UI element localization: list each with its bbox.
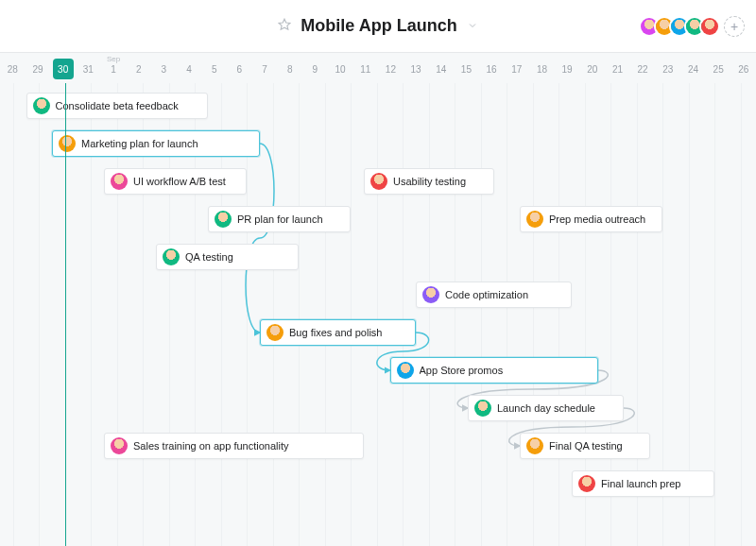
svg-marker-0 [279,19,290,29]
date-cell[interactable]: 22 [630,53,656,83]
task-app-store[interactable]: App Store promos [390,357,598,384]
assignee-avatar [526,211,543,228]
task-marketing-plan[interactable]: Marketing plan for launch [52,130,260,157]
task-pr-plan[interactable]: PR plan for launch [208,206,351,232]
task-sales-training[interactable]: Sales training on app functionality [104,433,364,459]
task-label: Prep media outreach [549,213,645,225]
date-number: 21 [612,64,623,75]
task-consolidate-beta[interactable]: Consolidate beta feedback [26,93,209,119]
date-number: 29 [32,64,43,75]
date-cell[interactable]: 6 [227,53,252,83]
date-cell[interactable]: 24 [680,53,706,83]
date-cell[interactable]: 19 [555,53,580,83]
date-cell[interactable]: 16 [479,53,505,83]
date-number: 11 [360,64,370,75]
date-cell[interactable]: 2 [126,53,151,83]
date-cell[interactable]: 4 [177,53,202,83]
date-number: 6 [237,64,243,75]
header-bar: Mobile App Launch + [0,0,756,53]
task-label: Usability testing [393,176,466,187]
date-cell[interactable]: 14 [428,53,454,83]
date-cell[interactable]: 18 [529,53,555,83]
assignee-avatar [370,173,387,190]
task-ui-ab-test[interactable]: UI workflow A/B test [104,168,247,195]
date-cell[interactable]: 13 [404,53,429,83]
assignee-avatar [422,286,439,303]
date-number: 9 [313,64,318,75]
date-cell[interactable]: Sep1 [101,53,127,83]
date-number: 31 [83,64,94,75]
date-number: 12 [386,64,396,75]
date-number: 19 [562,64,573,75]
date-cell[interactable]: 30 [50,53,76,83]
task-qa-testing[interactable]: QA testing [156,244,299,270]
assignee-avatar [163,248,180,265]
date-number: 3 [162,64,167,75]
date-number: 5 [212,64,217,75]
task-label: App Store promos [420,365,504,376]
assignee-avatar [526,437,543,454]
date-number: 22 [638,64,648,75]
date-cell[interactable]: 29 [26,53,51,83]
task-launch-day[interactable]: Launch day schedule [468,395,624,421]
date-number: 13 [411,64,421,75]
date-cell[interactable]: 28 [0,53,26,83]
task-label: UI workflow A/B test [133,176,226,187]
task-label: Marketing plan for launch [81,138,198,149]
project-title-wrap[interactable]: Mobile App Launch [278,16,477,36]
date-cell[interactable]: 26 [730,53,756,83]
date-cell[interactable]: 8 [277,53,302,83]
date-cell[interactable]: 9 [302,53,328,83]
date-cell[interactable]: 12 [378,53,404,83]
assignee-avatar [111,173,128,190]
date-cell[interactable]: 15 [454,53,479,83]
date-cell[interactable]: 17 [504,53,529,83]
task-prep-media[interactable]: Prep media outreach [520,206,662,232]
date-cell[interactable]: 25 [706,53,731,83]
date-number: 16 [487,64,497,75]
task-label: Code optimization [445,289,528,300]
task-label: Consolidate beta feedback [56,100,179,111]
date-number: 26 [738,64,748,75]
today-gridline [65,83,66,546]
assignee-avatar [474,400,491,417]
timeline: 28293031Sep12345678910111213141516171819… [0,53,756,546]
date-cell[interactable]: 7 [252,53,278,83]
assignee-avatar [59,135,76,152]
assignee-avatar [397,362,414,379]
date-cell[interactable]: 23 [655,53,680,83]
today-marker[interactable]: 30 [53,59,74,79]
task-final-launch[interactable]: Final launch prep [572,470,714,497]
task-usability[interactable]: Usability testing [364,168,494,195]
date-cell[interactable]: 11 [352,53,378,83]
task-bug-fixes[interactable]: Bug fixes and polish [260,319,416,346]
collaborator-avatar[interactable] [699,16,720,37]
task-label: Sales training on app functionality [133,440,289,452]
date-number: 24 [688,64,698,75]
date-cell[interactable]: 31 [76,53,101,83]
date-cell[interactable]: 21 [605,53,630,83]
add-collaborator-button[interactable]: + [724,16,745,37]
task-code-opt[interactable]: Code optimization [416,282,572,308]
month-label: Sep [107,55,120,63]
date-number: 28 [8,64,18,75]
star-icon[interactable] [278,18,291,35]
assignee-avatar [33,97,50,114]
date-cell[interactable]: 20 [579,53,605,83]
date-cell[interactable]: 10 [328,53,353,83]
task-label: Launch day schedule [497,402,595,414]
date-number: 1 [111,64,116,75]
project-title: Mobile App Launch [301,16,456,36]
date-number: 20 [587,64,597,75]
chevron-down-icon[interactable] [467,18,478,35]
date-number: 23 [662,64,673,75]
task-label: QA testing [185,251,233,263]
task-label: Final launch prep [601,478,680,489]
date-number: 15 [461,64,472,75]
assignee-avatar [111,437,128,454]
date-cell[interactable]: 3 [151,53,177,83]
task-final-qa[interactable]: Final QA testing [520,433,650,459]
date-cell[interactable]: 5 [201,53,227,83]
date-axis: 28293031Sep12345678910111213141516171819… [0,53,756,83]
assignee-avatar [266,324,284,341]
